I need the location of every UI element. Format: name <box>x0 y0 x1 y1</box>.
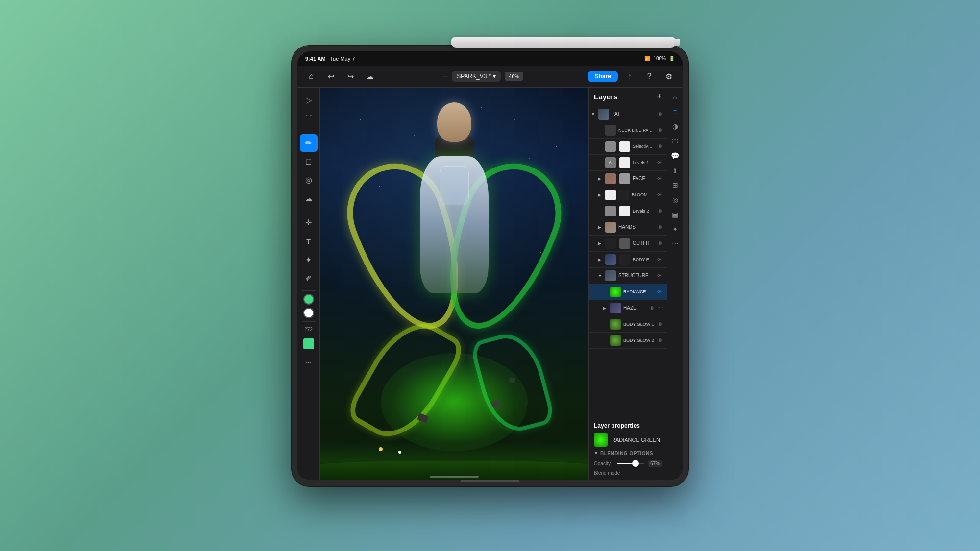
opacity-slider[interactable] <box>617 463 644 464</box>
layer-mask-thumbnail <box>619 157 630 168</box>
figure-body <box>420 156 489 293</box>
layer-expand-icon: ▶ <box>598 192 603 197</box>
layer-visibility-icon[interactable]: 👁 <box>657 160 664 166</box>
layers-panel-icon[interactable]: ≡ <box>669 105 682 118</box>
layer-thumbnail <box>605 141 616 152</box>
layer-visibility-icon[interactable]: 👁 <box>657 192 664 198</box>
layer-thumb-2 <box>619 238 630 249</box>
share-button[interactable]: Share <box>588 71 618 82</box>
rock-3 <box>509 377 515 383</box>
selection-panel-icon[interactable]: ⬚ <box>669 135 682 147</box>
layer-thumbnail <box>605 254 616 265</box>
toolbar-separator-4 <box>302 321 316 322</box>
text-tool-button[interactable]: T <box>300 233 318 250</box>
home-button[interactable]: ⌂ <box>303 69 319 84</box>
lasso-tool-button[interactable]: ⌒ <box>300 110 318 128</box>
opacity-thumb[interactable] <box>632 460 639 467</box>
layer-item[interactable]: ▶ FACE 👁 <box>589 171 667 187</box>
figure <box>410 102 498 328</box>
layer-item[interactable]: ▼ PAT 👁 <box>589 106 667 122</box>
layer-item[interactable]: BODY GLOW 2 👁 <box>589 333 667 349</box>
layer-visibility-icon[interactable]: 👁 <box>649 305 656 311</box>
layer-visibility-icon[interactable]: 👁 <box>657 127 664 133</box>
layer-item[interactable]: AI Levels 1 👁 <box>589 155 667 171</box>
layer-expand-icon: ▶ <box>598 257 603 262</box>
layer-item[interactable]: ▶ HAZE 👁 ⋯ <box>589 300 667 316</box>
layer-thumbnail <box>605 190 616 200</box>
device-wrapper: 9:41 AM Tue May 7 📶 100% 🔋 ⌂ ↩ ↪ ☁ <box>289 46 691 506</box>
layer-expand-icon: ▶ <box>603 306 608 311</box>
file-name-button[interactable]: SPARK_V3 * ▾ <box>452 71 501 82</box>
export-button[interactable]: ↑ <box>622 69 637 84</box>
settings-button[interactable]: ⚙ <box>661 69 677 84</box>
pencil-tool-button[interactable]: ✐ <box>300 270 318 287</box>
mask-panel-icon[interactable]: ▣ <box>669 208 682 221</box>
help-button[interactable]: ? <box>641 69 657 84</box>
layer-item[interactable]: ▶ OUTFIT 👁 <box>589 236 667 252</box>
more-options-button[interactable]: ··· <box>300 354 318 371</box>
layer-thumbnail <box>598 109 609 120</box>
move-tool-button[interactable]: ✛ <box>300 214 318 232</box>
layer-item[interactable]: ▼ STRUCTURE 👁 <box>589 268 667 284</box>
fx-panel-icon[interactable]: ✦ <box>669 223 682 236</box>
layer-visibility-icon[interactable]: 👁 <box>657 321 664 327</box>
layer-item[interactable]: RADIANCE GREEN 👁 <box>589 284 667 300</box>
canvas-area[interactable] <box>320 88 588 480</box>
eraser-tool-button[interactable]: ◻ <box>300 153 318 170</box>
grid-panel-icon[interactable]: ⊞ <box>669 179 682 192</box>
home-indicator <box>461 480 519 482</box>
layer-name: PAT <box>612 111 655 117</box>
status-date: Tue May 7 <box>330 56 355 62</box>
clone-tool-button[interactable]: ◎ <box>300 171 318 189</box>
color-swatch[interactable] <box>300 335 318 353</box>
layer-visibility-icon[interactable]: 👁 <box>657 240 664 246</box>
adjustments-panel-icon[interactable]: ◑ <box>669 120 682 133</box>
main-content: ▷ ⌒ ✏ ◻ ◎ ☁ ✛ T ✦ ✐ 272 <box>297 88 683 480</box>
effects-tool-button[interactable]: ✦ <box>300 251 318 269</box>
blending-options-header[interactable]: ▼ BLENDING OPTIONS <box>594 451 662 456</box>
status-bar: 9:41 AM Tue May 7 📶 100% 🔋 <box>297 51 683 66</box>
more-panel-icon[interactable]: ⋯ <box>669 238 682 250</box>
zoom-button[interactable]: 46% <box>505 72 523 81</box>
layer-more-icon[interactable]: ⋯ <box>659 305 664 311</box>
home-panel-icon[interactable]: ⌂ <box>669 91 682 103</box>
layer-visibility-icon[interactable]: 👁 <box>657 337 664 343</box>
undo-button[interactable]: ↩ <box>323 69 339 84</box>
layer-visibility-icon[interactable]: 👁 <box>657 111 664 117</box>
add-layer-button[interactable]: + <box>657 92 662 102</box>
toolbar-separator-3 <box>302 290 316 291</box>
props-layer-row: RADIANCE GREEN <box>594 433 662 447</box>
layer-properties-panel: Layer properties RADIANCE GREEN ▼ BLENDI… <box>589 417 667 480</box>
foreground-color[interactable] <box>303 294 314 305</box>
layers-list[interactable]: ▼ PAT 👁 NECK LINE PATCH 👁 <box>589 106 667 417</box>
cloud-button[interactable]: ☁ <box>362 69 378 84</box>
background-color[interactable] <box>303 308 314 318</box>
layer-visibility-icon[interactable]: 👁 <box>657 224 664 230</box>
layer-item[interactable]: BODY GLOW 1 👁 <box>589 316 667 333</box>
layer-visibility-icon[interactable]: 👁 <box>657 273 664 279</box>
redo-button[interactable]: ↪ <box>343 69 358 84</box>
eye-panel-icon[interactable]: ◎ <box>669 193 682 206</box>
layer-name: FACE <box>633 176 655 181</box>
info-panel-icon[interactable]: ℹ <box>669 164 682 177</box>
flower-2 <box>398 451 401 454</box>
layer-item[interactable]: ▶ BODY EDIT 👁 <box>589 252 667 268</box>
layer-visibility-icon[interactable]: 👁 <box>657 289 664 295</box>
layer-item[interactable]: NECK LINE PATCH 👁 <box>589 122 667 139</box>
brush-tool-button[interactable]: ✏ <box>300 134 318 152</box>
canvas-scroll-indicator <box>430 476 479 478</box>
layer-item[interactable]: Levels 2 👁 <box>589 203 667 219</box>
layer-visibility-icon[interactable]: 👁 <box>657 176 664 182</box>
smudge-tool-button[interactable]: ☁ <box>300 190 318 208</box>
layer-name: HANDS <box>618 224 655 230</box>
layer-item[interactable]: ▶ BLOOM SUIT 👁 <box>589 187 667 203</box>
layer-visibility-icon[interactable]: 👁 <box>657 144 664 149</box>
blend-mode-label: Blend mode <box>594 470 620 476</box>
toolbar-center: ··· SPARK_V3 * ▾ 46% <box>442 71 524 82</box>
layer-visibility-icon[interactable]: 👁 <box>657 208 664 214</box>
layer-visibility-icon[interactable]: 👁 <box>657 257 664 263</box>
layer-item[interactable]: Selective Color 1 👁 <box>589 139 667 155</box>
select-tool-button[interactable]: ▷ <box>300 92 318 109</box>
layer-item[interactable]: ▶ HANDS 👁 <box>589 219 667 236</box>
comment-panel-icon[interactable]: 💬 <box>669 149 682 162</box>
